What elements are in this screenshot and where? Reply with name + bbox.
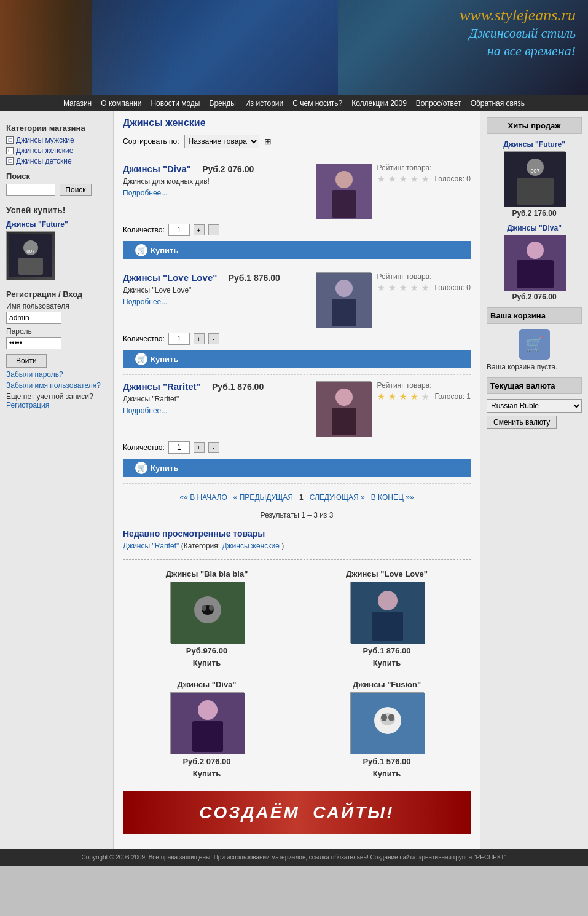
pagination-first[interactable]: «« В НАЧАЛО	[180, 493, 227, 502]
sort-select[interactable]: Название товара Цена Рейтинг	[184, 135, 259, 148]
product-name-raritet[interactable]: Джинсы "Raritet"	[123, 381, 201, 392]
sidebar-product-image: 007	[6, 231, 55, 280]
nav-item-about[interactable]: О компании	[101, 99, 141, 108]
featured-name[interactable]: Джинсы "Fusion"	[303, 680, 471, 689]
qty-input-raritet[interactable]	[168, 441, 190, 454]
footer-text: Copyright © 2006-2009. Все права защищен…	[82, 854, 507, 861]
login-button[interactable]: Войти	[6, 354, 47, 368]
search-section: Поиск Поиск	[6, 172, 107, 196]
featured-buy-button[interactable]: Купить	[303, 658, 471, 668]
svg-text:007: 007	[26, 248, 35, 254]
search-button[interactable]: Поиск	[60, 184, 91, 196]
password-label: Пароль	[6, 327, 107, 336]
product-price-raritet: Руб.1 876.00	[212, 382, 264, 392]
qty-minus-lovelove[interactable]: -	[208, 333, 219, 344]
fusion-svg	[351, 693, 425, 754]
rating-label: Рейтинг товара:	[377, 381, 471, 390]
sort-icon[interactable]: ⊞	[264, 136, 272, 146]
recent-item-close: )	[281, 542, 284, 550]
featured-buy-button[interactable]: Купить	[303, 769, 471, 778]
hit-product-name-future[interactable]: Джинсы "Future"	[487, 140, 582, 149]
basket-section: 🛒	[487, 329, 582, 360]
sidebar-item-kids[interactable]: ☐ Джинсы детские	[6, 157, 107, 165]
product-more-lovelove[interactable]: Подробнее...	[123, 298, 310, 306]
pagination-next[interactable]: СЛЕДУЮЩАЯ »	[310, 493, 365, 502]
hit-img-diva	[504, 235, 565, 290]
nav-item-wear[interactable]: С чем носить?	[292, 99, 342, 108]
register-link[interactable]: Регистрация	[6, 401, 49, 409]
recent-item-raritet[interactable]: Джинсы "Raritet"	[123, 542, 179, 550]
password-input[interactable]	[6, 337, 61, 349]
buy-button-raritet[interactable]: 🛒 Купить	[123, 459, 471, 477]
username-label: Имя пользователя	[6, 302, 107, 310]
site-tagline: Джинсовый стиль на все времена!	[460, 25, 576, 60]
featured-name[interactable]: Джинсы "Diva"	[123, 680, 291, 689]
svg-point-11	[335, 389, 353, 406]
nav-item-collections[interactable]: Коллекции 2009	[351, 99, 407, 108]
reg-title: Регистрация / Вход	[6, 290, 107, 299]
sort-bar: Сортировать по: Название товара Цена Рей…	[123, 135, 471, 148]
stars-row: ★ ★ ★ ★ ★ Голосов: 0	[377, 174, 471, 184]
featured-item-blabla: Джинсы "Bla bla bla" Руб.976.00 Купить	[123, 569, 291, 668]
stars-row: ★ ★ ★ ★ ★ Голосов: 1	[377, 392, 471, 401]
qty-input-lovelove[interactable]	[168, 333, 190, 345]
forgot-password-link[interactable]: Забыли пароль?	[6, 370, 107, 379]
username-input[interactable]	[6, 312, 61, 324]
results-text: Результаты 1 – 3 из 3	[123, 511, 471, 519]
nav-item-history[interactable]: Из истории	[245, 99, 283, 108]
svg-point-34	[527, 242, 544, 259]
nav-item-qa[interactable]: Вопрос/ответ	[416, 99, 461, 108]
nav-item-feedback[interactable]: Обратная связь	[471, 99, 525, 108]
sidebar-item-mens[interactable]: ☐ Джинсы мужские	[6, 136, 107, 144]
hit-product-name-diva[interactable]: Джинсы "Diva"	[487, 224, 582, 232]
nav-item-magazine[interactable]: Магазин	[63, 99, 92, 108]
featured-price: Руб.1 576.00	[303, 757, 471, 766]
featured-buy-button[interactable]: Купить	[123, 769, 291, 778]
currency-button[interactable]: Сменить валюту	[487, 416, 557, 429]
blabla-svg	[171, 582, 245, 644]
nav-item-news[interactable]: Новости моды	[151, 99, 200, 108]
product-rating-diva: Рейтинг товара: ★ ★ ★ ★ ★ Голосов: 0	[377, 164, 471, 219]
qty-minus-diva[interactable]: -	[208, 224, 219, 235]
nav-item-brands[interactable]: Бренды	[210, 99, 236, 108]
product-name-diva[interactable]: Джинсы "Diva"	[123, 164, 191, 174]
product-price-diva: Руб.2 076.00	[202, 164, 254, 174]
content-center: Джинсы женские Сортировать по: Название …	[114, 111, 480, 849]
pagination-prev[interactable]: « ПРЕДЫДУЩАЯ	[233, 493, 293, 502]
search-input[interactable]	[6, 184, 55, 196]
currency-select[interactable]: Russian Ruble USD EUR	[487, 399, 582, 413]
svg-rect-35	[517, 260, 554, 288]
diva-svg	[316, 164, 372, 219]
featured-name[interactable]: Джинсы "Love Love"	[303, 569, 471, 578]
featured-name[interactable]: Джинсы "Bla bla bla"	[123, 569, 291, 578]
product-name-lovelove[interactable]: Джинсы "Love Love"	[123, 272, 217, 283]
featured-buy-button[interactable]: Купить	[123, 658, 291, 668]
featured-img-diva2	[170, 692, 244, 754]
product-row: Джинсы "Love Love" Руб.1 876.00 Джинсы "…	[123, 272, 471, 328]
buy-button-lovelove[interactable]: 🛒 Купить	[123, 350, 471, 368]
recent-item-cat-link[interactable]: Джинсы женские	[222, 542, 279, 550]
qty-minus-raritet[interactable]: -	[208, 442, 219, 453]
buy-button-diva[interactable]: 🛒 Купить	[123, 241, 471, 259]
product-img-lovelove	[316, 272, 371, 328]
product-more-diva[interactable]: Подробнее...	[123, 189, 310, 197]
qty-input-diva[interactable]	[168, 224, 190, 236]
product-row: Джинсы "Diva" Руб.2 076.00 Джинсы для мо…	[123, 164, 471, 219]
recent-item-cat: (Категория:	[181, 542, 222, 550]
pagination-last[interactable]: В КОНЕЦ »»	[371, 493, 414, 502]
qty-plus-raritet[interactable]: +	[194, 442, 205, 453]
sidebar-item-womens[interactable]: ☐ Джинсы женские	[6, 146, 107, 155]
lovelove-svg	[316, 273, 372, 328]
sidebar-right: Хиты продаж Джинсы "Future" 007 Руб.2 17…	[480, 111, 588, 849]
qty-row-raritet: Количество: + -	[123, 441, 471, 454]
categories-title: Категории магазина	[6, 124, 107, 133]
sidebar-product-name[interactable]: Джинсы "Future"	[6, 220, 107, 229]
svg-rect-9	[332, 299, 356, 326]
qty-plus-diva[interactable]: +	[194, 224, 205, 235]
product-more-raritet[interactable]: Подробнее...	[123, 406, 310, 415]
forgot-username-link[interactable]: Забыли имя пользователя?	[6, 381, 107, 390]
featured-img-lovelove2	[350, 582, 424, 643]
bullet-icon: ☐	[6, 136, 14, 144]
qty-plus-lovelove[interactable]: +	[194, 333, 205, 344]
site-url: www.stylejeans.ru	[460, 6, 576, 25]
